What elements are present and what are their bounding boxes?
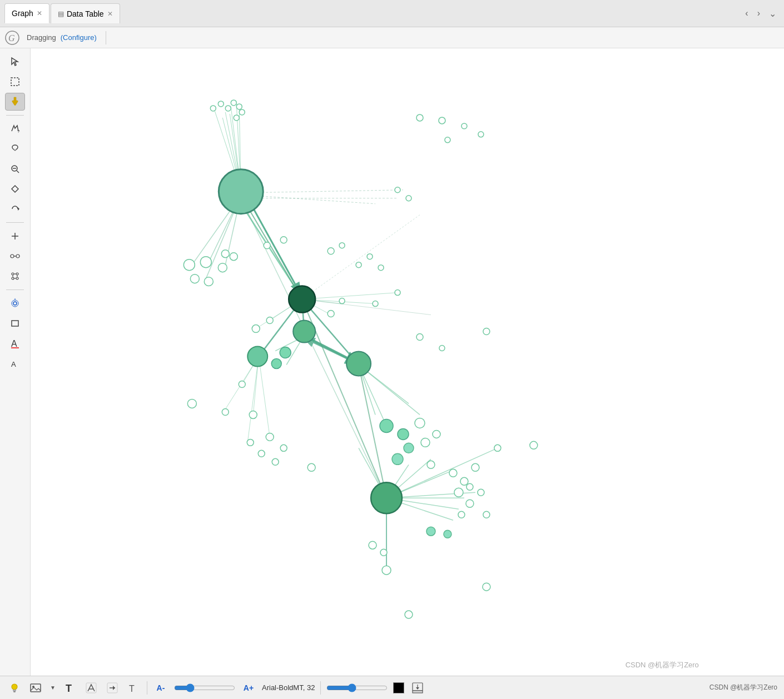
image-button[interactable] bbox=[28, 680, 43, 696]
rotate-tool-button[interactable] bbox=[5, 200, 25, 218]
rect-tool-button[interactable] bbox=[5, 314, 25, 332]
svg-line-7 bbox=[17, 171, 19, 173]
svg-point-88 bbox=[445, 137, 450, 143]
svg-point-147 bbox=[427, 461, 435, 468]
export-button[interactable] bbox=[410, 680, 425, 696]
svg-point-161 bbox=[483, 583, 490, 591]
text-format-button[interactable]: T bbox=[62, 680, 78, 696]
svg-point-89 bbox=[406, 196, 411, 201]
svg-point-98 bbox=[219, 169, 263, 214]
svg-rect-29 bbox=[31, 48, 784, 676]
tab-bar: Graph ✕ ▤ Data Table ✕ ‹ › ⌄ bbox=[0, 0, 784, 27]
tab-datatable-close[interactable]: ✕ bbox=[107, 10, 113, 18]
svg-point-148 bbox=[449, 469, 457, 477]
svg-point-127 bbox=[439, 346, 445, 351]
svg-point-97 bbox=[234, 115, 239, 121]
tool-separator-3 bbox=[6, 289, 24, 290]
svg-point-103 bbox=[218, 263, 227, 272]
font-slider-2[interactable] bbox=[326, 683, 388, 692]
svg-point-146 bbox=[433, 430, 440, 438]
svg-point-109 bbox=[339, 243, 345, 248]
svg-point-117 bbox=[280, 347, 291, 358]
text-large-button[interactable]: A bbox=[5, 334, 25, 352]
svg-text:?: ? bbox=[17, 129, 20, 134]
tab-next-button[interactable]: › bbox=[754, 7, 763, 19]
svg-point-94 bbox=[231, 100, 236, 106]
svg-point-4 bbox=[12, 145, 18, 149]
svg-text:G: G bbox=[8, 33, 15, 43]
marquee-tool-button[interactable] bbox=[5, 73, 25, 91]
add-edge-button[interactable] bbox=[5, 247, 25, 265]
text-small-button[interactable]: A bbox=[5, 355, 25, 372]
svg-point-138 bbox=[369, 541, 376, 549]
svg-point-84 bbox=[416, 114, 423, 121]
svg-point-149 bbox=[460, 477, 468, 485]
svg-point-95 bbox=[236, 104, 242, 109]
paint-tool-button[interactable] bbox=[5, 140, 25, 158]
svg-point-140 bbox=[380, 419, 393, 432]
svg-point-130 bbox=[249, 411, 257, 418]
add-node-button[interactable] bbox=[5, 227, 25, 245]
font-size-decrease-button[interactable]: A- bbox=[153, 680, 168, 696]
drag-tool-button[interactable] bbox=[5, 93, 25, 111]
font-info-label: Arial-BoldMT, 32 bbox=[262, 683, 315, 692]
svg-point-163 bbox=[426, 527, 435, 536]
arrow-tool-2-button[interactable] bbox=[105, 680, 120, 696]
svg-point-153 bbox=[371, 482, 402, 513]
font-slider-1[interactable] bbox=[174, 683, 235, 692]
svg-point-165 bbox=[12, 684, 17, 690]
svg-point-143 bbox=[404, 443, 414, 453]
tab-datatable[interactable]: ▤ Data Table ✕ bbox=[51, 3, 120, 23]
svg-point-16 bbox=[12, 277, 14, 279]
image-dropdown-button[interactable]: ▼ bbox=[49, 680, 57, 696]
annotate-tool-button[interactable]: ? bbox=[5, 120, 25, 138]
svg-point-137 bbox=[307, 463, 315, 471]
font-size-increase-button[interactable]: A+ bbox=[241, 680, 256, 696]
svg-point-126 bbox=[483, 328, 490, 335]
svg-point-150 bbox=[472, 463, 479, 471]
status-bar: ▼ T T A- A+ Arial-BoldMT, 32 CSDN @机器学习Z… bbox=[0, 676, 784, 699]
svg-point-125 bbox=[416, 334, 423, 341]
svg-point-90 bbox=[395, 187, 400, 193]
svg-text:A: A bbox=[11, 339, 17, 348]
svg-point-115 bbox=[346, 352, 371, 376]
tab-graph-close[interactable]: ✕ bbox=[37, 9, 42, 17]
svg-point-23 bbox=[12, 300, 18, 307]
svg-point-105 bbox=[230, 253, 237, 261]
configure-link[interactable]: (Configure) bbox=[61, 33, 97, 42]
svg-point-17 bbox=[16, 277, 18, 279]
table-icon: ▤ bbox=[58, 10, 64, 18]
zoom-out-button[interactable] bbox=[5, 160, 25, 178]
svg-point-111 bbox=[367, 254, 373, 259]
svg-point-113 bbox=[289, 286, 315, 313]
layout-tool-button[interactable] bbox=[5, 294, 25, 312]
tool-separator-1 bbox=[6, 115, 24, 116]
svg-point-106 bbox=[264, 242, 270, 249]
svg-point-102 bbox=[204, 277, 213, 286]
graph-svg: CSDN @机器学习Zero bbox=[31, 48, 784, 676]
svg-point-92 bbox=[218, 101, 224, 107]
tab-graph-label: Graph bbox=[12, 9, 33, 18]
tab-prev-button[interactable]: ‹ bbox=[742, 7, 751, 19]
text-t-button[interactable]: T bbox=[126, 680, 141, 696]
graph-canvas[interactable]: CSDN @机器学习Zero bbox=[31, 48, 784, 676]
tab-dropdown-button[interactable]: ⌄ bbox=[766, 7, 780, 20]
arrow-tool-1-button[interactable] bbox=[83, 680, 99, 696]
svg-point-93 bbox=[225, 106, 231, 111]
group-tool-button[interactable] bbox=[5, 267, 25, 285]
tab-nav-buttons: ‹ › ⌄ bbox=[742, 7, 780, 20]
svg-text:T: T bbox=[129, 684, 135, 693]
hint-button[interactable] bbox=[7, 680, 22, 696]
svg-point-120 bbox=[266, 317, 273, 324]
main-layout: ? bbox=[0, 48, 784, 676]
svg-point-142 bbox=[415, 418, 425, 428]
svg-point-128 bbox=[239, 381, 245, 387]
select-tool-button[interactable] bbox=[5, 53, 25, 71]
app-logo: G bbox=[4, 30, 20, 46]
tab-graph[interactable]: Graph ✕ bbox=[4, 3, 49, 23]
svg-rect-167 bbox=[13, 691, 16, 692]
svg-point-91 bbox=[210, 106, 216, 111]
svg-rect-2 bbox=[11, 78, 19, 86]
color-picker-box[interactable] bbox=[393, 682, 404, 693]
fill-tool-button[interactable] bbox=[5, 180, 25, 198]
